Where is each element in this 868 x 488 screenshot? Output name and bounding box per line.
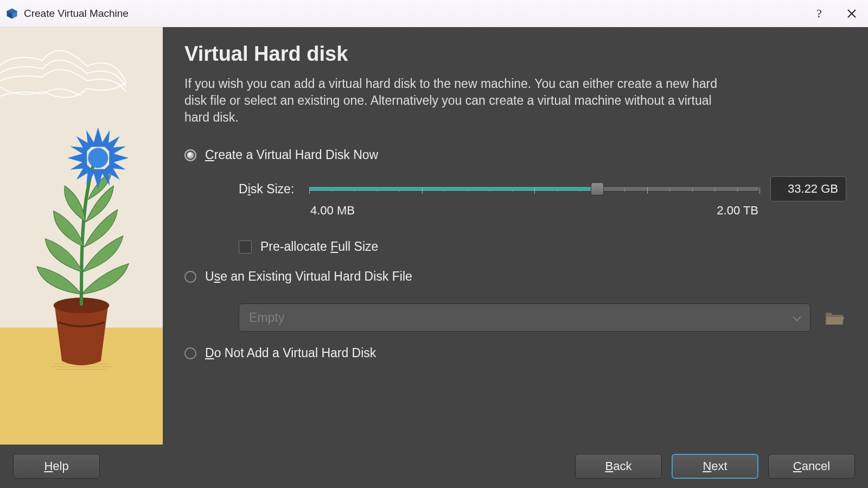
svg-point-22 [88,148,108,168]
radio-use-existing[interactable] [184,271,196,283]
titlebar: Create Virtual Machine ? [0,0,868,27]
create-subblock: Disk Size: 33.22 GB 4.00 MB 2.00 TB [239,175,846,254]
back-button[interactable]: Back [575,454,662,479]
side-illustration [0,27,163,445]
chevron-down-icon [793,310,801,325]
window-controls: ? [803,0,868,27]
radio-no-disk-label[interactable]: Do Not Add a Virtual Hard Disk [205,346,376,360]
existing-file-row: Empty [239,303,846,332]
cancel-button[interactable]: Cancel [768,454,855,479]
preallocate-checkbox[interactable] [239,240,252,253]
disk-size-min: 4.00 MB [310,204,355,218]
help-button[interactable]: Help [13,454,100,479]
app-icon [5,7,18,20]
existing-file-combo: Empty [239,303,810,332]
radio-create-label[interactable]: Create a Virtual Hard Disk Now [205,148,378,162]
option-create-row: Create a Virtual Hard Disk Now [184,148,846,162]
preallocate-label[interactable]: Pre-allocate Full Size [260,239,378,254]
wizard-body: Virtual Hard disk If you wish you can ad… [0,27,868,445]
close-icon[interactable] [835,0,868,27]
next-button[interactable]: Next [672,454,758,479]
browse-file-button [822,306,846,329]
disk-size-max: 2.00 TB [717,204,758,218]
disk-size-value[interactable]: 33.22 GB [770,176,846,201]
window-title: Create Virtual Machine [24,8,129,20]
page-heading: Virtual Hard disk [184,42,846,66]
option-existing-row: Use an Existing Virtual Hard Disk File [184,269,846,284]
wizard-footer: Help Back Next Cancel [0,445,868,488]
disk-size-row: Disk Size: 33.22 GB [239,175,846,202]
page-description: If you wish you can add a virtual hard d… [184,75,732,126]
disk-size-label: Disk Size: [239,182,298,197]
wizard-window: Create Virtual Machine ? [0,0,868,488]
radio-no-disk[interactable] [184,347,196,359]
existing-file-value: Empty [249,310,284,325]
radio-use-existing-label[interactable]: Use an Existing Virtual Hard Disk File [205,269,412,284]
help-icon[interactable]: ? [803,0,835,27]
preallocate-row: Pre-allocate Full Size [239,239,846,254]
disk-size-slider[interactable] [309,175,760,202]
option-no-disk-row: Do Not Add a Virtual Hard Disk [184,346,846,360]
wizard-content: Virtual Hard disk If you wish you can ad… [163,27,868,445]
disk-size-range: 4.00 MB 2.00 TB [309,204,760,218]
radio-create[interactable] [184,149,196,161]
